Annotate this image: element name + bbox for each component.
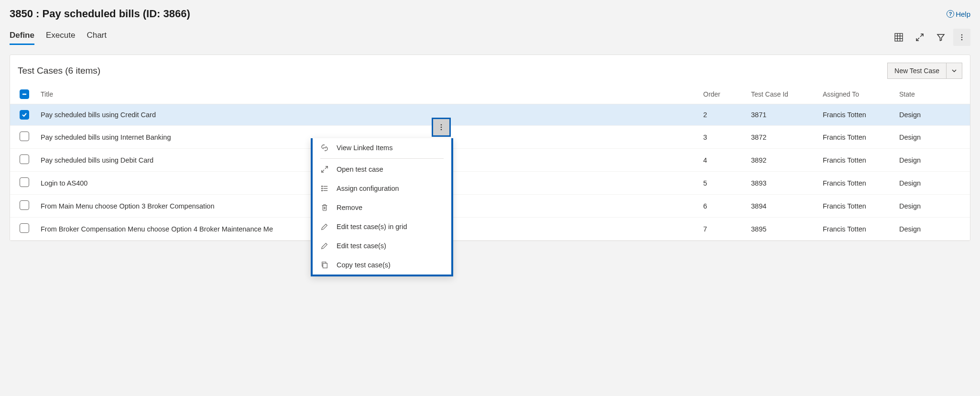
row-checkbox[interactable] (20, 200, 29, 210)
cell-order: 7 (697, 218, 745, 241)
menu-label: Open test case (337, 165, 383, 173)
cell-id: 3872 (745, 126, 817, 149)
cell-assigned: Francis Totten (817, 149, 893, 172)
tab-define[interactable]: Define (10, 31, 34, 44)
cell-id: 3871 (745, 104, 817, 126)
svg-point-20 (322, 186, 323, 187)
pencil-icon (320, 242, 329, 249)
cell-title: From Main Menu choose Option 3 Broker Co… (41, 202, 214, 210)
cell-order: 2 (697, 104, 745, 126)
cell-title: Login to AS400 (41, 179, 87, 187)
menu-label: Edit test case(s) in grid (337, 223, 407, 231)
test-cases-panel: Test Cases (6 items) New Test Case (10, 55, 970, 241)
cell-id: 3893 (745, 172, 817, 195)
menu-assign[interactable]: Assign configuration (313, 179, 451, 198)
list-icon (320, 184, 329, 193)
row-actions-button[interactable] (432, 118, 451, 137)
help-link[interactable]: ? Help (947, 10, 970, 18)
test-cases-table: Title Order Test Case Id Assigned To Sta… (10, 85, 970, 241)
menu-edit[interactable]: Edit test case(s) (313, 236, 451, 249)
menu-label: Edit test case(s) (337, 242, 386, 249)
table-row[interactable]: Pay scheduled bills using Debit Card 4 3… (10, 149, 970, 172)
cell-state: Design (893, 104, 970, 126)
new-test-case-dropdown[interactable] (946, 63, 962, 79)
column-title[interactable]: Title (35, 85, 697, 104)
panel-title: Test Cases (6 items) (18, 66, 100, 76)
expand-icon (320, 165, 329, 174)
menu-remove[interactable]: Remove (313, 198, 451, 217)
pencil-icon (320, 222, 329, 231)
cell-state: Design (893, 149, 970, 172)
svg-point-7 (961, 34, 963, 36)
cell-id: 3892 (745, 149, 817, 172)
svg-point-21 (322, 188, 323, 189)
tab-execute[interactable]: Execute (46, 31, 75, 44)
chevron-down-icon (951, 68, 957, 74)
svg-line-6 (916, 38, 919, 41)
menu-label: View Linked Items (337, 144, 392, 152)
cell-assigned: Francis Totten (817, 195, 893, 218)
cell-state: Design (893, 126, 970, 149)
column-id[interactable]: Test Case Id (745, 85, 817, 104)
cell-assigned: Francis Totten (817, 172, 893, 195)
menu-label: Remove (337, 204, 362, 211)
row-checkbox[interactable] (20, 110, 29, 120)
cell-title: From Broker Compensation Menu choose Opt… (41, 225, 273, 233)
expand-icon[interactable] (911, 29, 928, 46)
new-test-case-button[interactable]: New Test Case (887, 63, 946, 79)
menu-edit-grid[interactable]: Edit test case(s) in grid (313, 217, 451, 236)
column-assigned[interactable]: Assigned To (817, 85, 893, 104)
cell-state: Design (893, 218, 970, 241)
table-row[interactable]: Pay scheduled bills using Credit Card 2 … (10, 104, 970, 126)
svg-point-8 (961, 37, 963, 38)
table-row[interactable]: From Main Menu choose Option 3 Broker Co… (10, 195, 970, 218)
cell-title: Pay scheduled bills using Internet Banki… (41, 133, 171, 141)
filter-icon[interactable] (932, 29, 949, 46)
menu-open[interactable]: Open test case (313, 160, 451, 179)
row-checkbox[interactable] (20, 223, 29, 233)
cell-title: Pay scheduled bills using Credit Card (41, 111, 156, 119)
tab-chart[interactable]: Chart (87, 31, 107, 44)
cell-assigned: Francis Totten (817, 218, 893, 241)
more-icon[interactable] (953, 29, 970, 46)
svg-line-15 (325, 166, 327, 169)
svg-rect-0 (895, 33, 903, 41)
row-checkbox[interactable] (20, 177, 29, 187)
tabs: Define Execute Chart (10, 31, 107, 44)
grid-view-icon[interactable] (890, 29, 907, 46)
select-all-checkbox[interactable] (20, 89, 29, 99)
svg-point-13 (441, 129, 442, 131)
cell-order: 5 (697, 172, 745, 195)
cell-order: 6 (697, 195, 745, 218)
cell-order: 4 (697, 149, 745, 172)
column-order[interactable]: Order (697, 85, 745, 104)
menu-divider (320, 158, 444, 159)
menu-label: Assign configuration (337, 185, 399, 192)
cell-title: Pay scheduled bills using Debit Card (41, 156, 153, 164)
svg-point-22 (322, 190, 323, 191)
cell-order: 3 (697, 126, 745, 149)
cell-state: Design (893, 195, 970, 218)
menu-view-linked[interactable]: View Linked Items (313, 138, 451, 157)
svg-line-16 (322, 170, 324, 172)
cell-id: 3894 (745, 195, 817, 218)
table-row[interactable]: Login to AS400 5 3893 Francis Totten Des… (10, 172, 970, 195)
table-row[interactable]: Pay scheduled bills using Internet Banki… (10, 126, 970, 149)
table-row[interactable]: From Broker Compensation Menu choose Opt… (10, 218, 970, 241)
cell-id: 3895 (745, 218, 817, 241)
help-icon: ? (947, 10, 954, 18)
row-checkbox[interactable] (20, 154, 29, 164)
svg-point-9 (961, 39, 963, 41)
cell-state: Design (893, 172, 970, 195)
svg-point-11 (441, 124, 442, 126)
row-checkbox[interactable] (20, 132, 29, 141)
kebab-icon (437, 123, 446, 132)
svg-point-12 (441, 127, 442, 128)
context-menu: View Linked Items Open test case Assign … (311, 138, 453, 249)
cell-assigned: Francis Totten (817, 126, 893, 149)
column-state[interactable]: State (893, 85, 970, 104)
trash-icon (320, 203, 329, 212)
page-title: 3850 : Pay scheduled bills (ID: 3866) (10, 8, 190, 20)
cell-assigned: Francis Totten (817, 104, 893, 126)
svg-line-5 (920, 34, 923, 37)
